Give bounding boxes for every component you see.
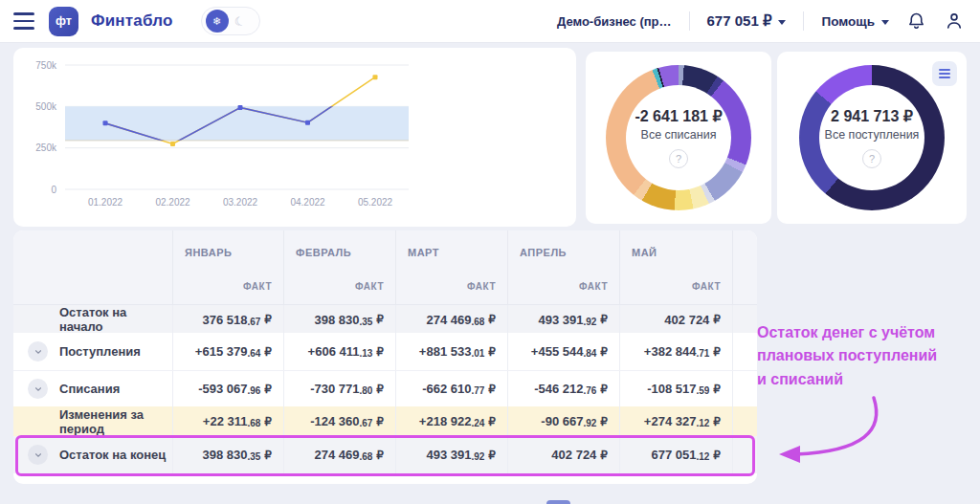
- table-cell: +615 379.64₽: [172, 333, 283, 370]
- annotation-text: Остаток денег с учётом плановых поступле…: [757, 321, 975, 391]
- income-donut-card: 2 941 713 ₽ Все поступления ?: [777, 52, 967, 224]
- bell-icon[interactable]: [906, 11, 926, 32]
- table-row-closing-balance[interactable]: Остаток на конец 398 830.35₽ 274 469.68₽…: [13, 436, 757, 473]
- snowflake-icon[interactable]: ❄: [206, 10, 229, 33]
- svg-text:05.2022: 05.2022: [358, 197, 393, 208]
- top-header: фт Финтабло ❄ ☾ Демо-бизнес (пр… 677 051…: [0, 0, 980, 42]
- table-row-expenses[interactable]: Списания -593 067.96₽ -730 771.80₽ -662 …: [13, 370, 757, 406]
- fact-subheader: ФАКТ: [579, 281, 608, 292]
- balance-line-chart: 0250k500k750k01.202202.202203.202204.202…: [13, 48, 576, 227]
- expenses-donut-card: -2 641 181 ₽ Все списания ?: [586, 52, 771, 224]
- balance-dropdown[interactable]: 677 051 ₽: [707, 12, 787, 30]
- help-icon[interactable]: ?: [862, 149, 881, 168]
- income-donut-chart[interactable]: 2 941 713 ₽ Все поступления ?: [799, 65, 945, 210]
- filler-cell: [732, 406, 757, 436]
- filler-cell: [732, 371, 757, 406]
- annotation-line: Остаток денег с учётом: [757, 321, 975, 344]
- column-header-february: ФЕВРАЛЬ ФАКТ: [283, 230, 395, 304]
- month-name: ЯНВАРЬ: [185, 247, 272, 258]
- row-label: Списания: [59, 382, 120, 396]
- table-cell: -662 610.77₽: [395, 371, 507, 406]
- app-logo[interactable]: фт: [49, 7, 78, 36]
- table-cell: 274 469.68₽: [283, 436, 395, 473]
- table-cell: +22 311.68₽: [172, 406, 283, 436]
- expand-row-button[interactable]: [28, 379, 48, 399]
- month-name: ФЕВРАЛЬ: [296, 247, 384, 258]
- income-label: Все поступления: [825, 128, 920, 142]
- table-cell: +274 327.12₽: [619, 406, 732, 436]
- table-cell: 402 724₽: [619, 305, 732, 334]
- expenses-label: Все списания: [641, 128, 717, 142]
- annotation-arrow: [764, 388, 886, 471]
- divider: [689, 11, 690, 31]
- donut-center: 2 941 713 ₽ Все поступления ?: [819, 85, 924, 190]
- table-cell: 376 518.67₽: [172, 305, 283, 334]
- logo-text: фт: [56, 14, 72, 28]
- row-label-wrap: Поступления: [13, 333, 172, 370]
- income-total: 2 941 713 ₽: [831, 107, 913, 125]
- help-dropdown[interactable]: Помощь: [821, 14, 889, 29]
- table-cell: 493 391.92₽: [395, 436, 507, 473]
- table-cell: 398 830.35₽: [283, 305, 395, 334]
- svg-text:250k: 250k: [35, 142, 57, 153]
- menu-icon[interactable]: [13, 12, 36, 30]
- table-cell: +881 533.01₽: [395, 333, 507, 370]
- table-cell: -730 771.80₽: [283, 371, 395, 406]
- filler-column-header: [732, 230, 757, 304]
- table-cell: +455 544.84₽: [507, 333, 619, 370]
- fact-subheader: ФАКТ: [692, 281, 721, 292]
- table-cell: -124 360.67₽: [283, 406, 395, 436]
- help-icon[interactable]: ?: [669, 149, 688, 168]
- expand-row-button[interactable]: [28, 445, 48, 465]
- fact-subheader: ФАКТ: [355, 281, 384, 292]
- annotation-line: плановых поступлений: [757, 344, 975, 367]
- row-label-wrap: Списания: [13, 371, 172, 406]
- svg-text:0: 0: [51, 185, 56, 195]
- svg-text:02.2022: 02.2022: [155, 197, 190, 208]
- fact-subheader: ФАКТ: [243, 281, 272, 292]
- column-header-april: АПРЕЛЬ ФАКТ: [507, 230, 619, 304]
- table-cell: 398 830.35₽: [172, 436, 283, 473]
- table-cell: -546 212.76₽: [507, 371, 619, 406]
- row-label: Поступления: [59, 344, 141, 359]
- brand-name: Финтабло: [91, 11, 173, 31]
- svg-text:750k: 750k: [35, 60, 57, 71]
- expand-row-button[interactable]: [28, 341, 48, 362]
- moon-icon[interactable]: ☾: [233, 12, 247, 30]
- table-row-income[interactable]: Поступления +615 379.64₽ +606 411.13₽ +8…: [13, 333, 757, 370]
- table-cell: 677 051.12₽: [619, 436, 732, 473]
- expenses-total: -2 641 181 ₽: [635, 107, 722, 125]
- chevron-down-icon: [33, 347, 43, 357]
- help-label: Помощь: [821, 14, 875, 29]
- column-header-january: ЯНВАРЬ ФАКТ: [172, 230, 283, 304]
- chevron-down-icon: [33, 450, 43, 460]
- month-name: АПРЕЛЬ: [520, 247, 608, 258]
- annotation-line: и списаний: [757, 368, 975, 391]
- chevron-down-icon: [33, 384, 43, 394]
- donut-center: -2 641 181 ₽ Все списания ?: [626, 85, 731, 190]
- page: фт Финтабло ❄ ☾ Демо-бизнес (пр… 677 051…: [0, 0, 980, 504]
- row-label-wrap: Остаток на конец: [13, 436, 172, 473]
- expenses-donut-chart[interactable]: -2 641 181 ₽ Все списания ?: [606, 65, 751, 210]
- row-label: Остаток на конец: [59, 448, 166, 462]
- row-label: Остаток на начало: [13, 305, 172, 334]
- cashflow-table: ЯНВАРЬ ФАКТ ФЕВРАЛЬ ФАКТ МАРТ ФАКТ АПРЕЛ…: [13, 230, 757, 484]
- label-column-header: [13, 230, 172, 304]
- table-cell: +382 844.71₽: [619, 333, 732, 370]
- table-cell: 274 469.68₽: [395, 305, 507, 334]
- svg-text:500k: 500k: [35, 101, 57, 112]
- balance-value: 677 051 ₽: [707, 12, 772, 30]
- chart-menu-button[interactable]: [932, 61, 957, 86]
- header-left: фт Финтабло ❄ ☾: [13, 7, 260, 36]
- month-name: МАЙ: [632, 247, 721, 258]
- profile-icon[interactable]: [944, 11, 965, 32]
- table-cell: -593 067.96₽: [172, 371, 283, 406]
- scroll-peek-button[interactable]: [546, 500, 570, 504]
- filler-cell: [732, 436, 757, 473]
- table-cell: -90 667.92₽: [507, 406, 619, 436]
- table-cell: +218 922.24₽: [395, 406, 507, 436]
- company-selector[interactable]: Демо-бизнес (пр…: [557, 14, 672, 29]
- table-cell: 402 724₽: [507, 436, 619, 473]
- theme-toggle[interactable]: ❄ ☾: [201, 7, 260, 35]
- table-cell: 493 391.92₽: [507, 305, 619, 334]
